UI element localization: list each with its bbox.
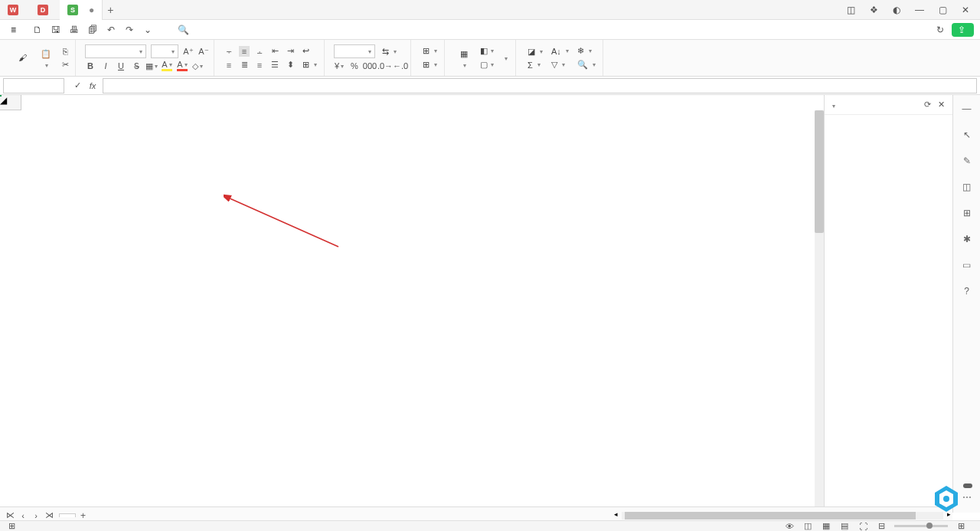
align-center-icon[interactable]: ≣ (239, 60, 250, 70)
save-icon[interactable]: 🖫 (50, 24, 62, 36)
increase-decimal-icon[interactable]: .0→ (380, 61, 390, 71)
undo-icon[interactable]: ↶ (105, 24, 117, 36)
zoom-out-icon[interactable]: ⊟ (876, 521, 887, 532)
font-color-button[interactable]: A▾ (177, 61, 188, 71)
view-eye-icon[interactable]: 👁 (784, 521, 795, 532)
italic-button[interactable]: I (100, 61, 111, 71)
last-sheet-icon[interactable]: ⋊ (44, 510, 54, 521)
collapse-rail-icon[interactable]: — (959, 101, 975, 116)
chart-rail-icon[interactable]: ◫ (959, 179, 975, 195)
vertical-scroll-thumb[interactable] (815, 110, 824, 233)
decrease-decimal-icon[interactable]: ←.0 (395, 61, 406, 71)
minimize-button[interactable]: — (913, 3, 926, 17)
fullscreen-icon[interactable]: ⛶ (858, 521, 868, 532)
name-box[interactable] (3, 78, 64, 93)
orientation-icon[interactable]: ⬍ (285, 60, 296, 70)
select-tool-icon[interactable]: ↖ (959, 127, 975, 143)
zoom-slider[interactable] (894, 525, 948, 527)
qat-dropdown-icon[interactable]: ⌄ (142, 24, 154, 36)
convert-button[interactable]: ⇆ ▾ (380, 46, 399, 57)
document-tab[interactable]: S ● (60, 0, 103, 20)
decrease-font-icon[interactable]: A⁻ (198, 46, 209, 57)
font-size-select[interactable]: ▾ (151, 44, 178, 58)
modified-indicator[interactable]: ↻ (936, 25, 946, 35)
fill-button[interactable]: ◪ ▾ (525, 46, 545, 57)
pin-panel-icon[interactable]: ⟳ (923, 100, 933, 110)
decrease-indent-icon[interactable]: ⇤ (270, 46, 280, 57)
cell-style-button[interactable]: ◧▾ (478, 45, 496, 57)
sort-button[interactable]: A↓ ▾ (549, 46, 571, 57)
filter-button[interactable]: ▽ ▾ (549, 59, 571, 70)
help-rail-icon[interactable]: ? (959, 284, 975, 299)
percent-icon[interactable]: % (349, 61, 360, 71)
backup-rail-icon[interactable]: ⊞ (959, 205, 975, 221)
app-tab[interactable]: W (0, 0, 30, 20)
underline-button[interactable]: U (116, 61, 126, 71)
vertical-scrollbar[interactable] (815, 110, 824, 513)
first-sheet-icon[interactable]: ⋉ (5, 510, 15, 521)
currency-icon[interactable]: ¥▾ (334, 61, 345, 71)
copy-icon[interactable]: ⎘ (60, 46, 70, 57)
border-button[interactable]: ▦▾ (146, 61, 157, 71)
status-mode-icon[interactable]: ⊞ (6, 521, 17, 532)
multi-window-icon[interactable]: ◫ (844, 3, 858, 17)
new-icon[interactable]: 🗋 (31, 24, 44, 36)
align-middle-icon[interactable]: ≡ (239, 46, 250, 57)
sum-button[interactable]: Σ ▾ (525, 60, 545, 70)
normal-view-icon[interactable]: ▦ (821, 521, 831, 532)
sheet-tab[interactable] (59, 513, 76, 517)
align-left-icon[interactable]: ≡ (224, 60, 234, 70)
font-family-select[interactable]: ▾ (85, 44, 146, 58)
user-avatar-icon[interactable]: ◐ (890, 3, 903, 17)
row-col-button[interactable]: ⊞ ▾ (420, 45, 439, 57)
align-top-icon[interactable]: ⫟ (224, 46, 234, 57)
increase-font-icon[interactable]: A⁺ (183, 46, 194, 57)
align-right-icon[interactable]: ≡ (254, 60, 265, 70)
worksheet-button[interactable]: ⊞ ▾ (420, 59, 439, 70)
clear-format-icon[interactable]: ◇▾ (192, 61, 203, 71)
find-button[interactable]: 🔍 ▾ (575, 59, 598, 70)
search-icon[interactable]: 🔍 (177, 24, 189, 36)
cond-format-button[interactable]: ▾ (500, 53, 511, 64)
file-menu-button[interactable]: ≡ (6, 23, 24, 37)
print-preview-icon[interactable]: 🗐 (87, 24, 99, 36)
cell-grid[interactable] (21, 110, 815, 513)
freeze-button[interactable]: ❄ ▾ (575, 45, 598, 57)
prev-sheet-icon[interactable]: ‹ (18, 510, 28, 521)
number-format-select[interactable]: ▾ (334, 44, 375, 58)
zoom-in-icon[interactable]: ⊞ (956, 521, 966, 532)
share-button[interactable]: ⇪ (952, 23, 974, 37)
wrap-text-button[interactable]: ↩ (300, 45, 313, 57)
horizontal-scrollbar[interactable]: ◂▸ (622, 512, 943, 520)
cut-icon[interactable]: ✂ (60, 59, 70, 70)
add-tab-button[interactable]: + (103, 4, 118, 16)
increase-indent-icon[interactable]: ⇥ (285, 46, 296, 57)
select-all-corner[interactable]: ◢ (0, 95, 21, 110)
style-rail-icon[interactable]: ✎ (959, 153, 975, 169)
tools-rail-icon[interactable]: ✱ (959, 231, 975, 247)
page-view-icon[interactable]: ▤ (839, 521, 850, 532)
format-button[interactable]: ▢▾ (478, 59, 496, 70)
reading-mode-icon[interactable]: ◫ (802, 521, 813, 532)
redo-icon[interactable]: ↷ (123, 24, 136, 36)
bold-button[interactable]: B (85, 61, 96, 71)
strike-button[interactable]: S̶ (131, 61, 142, 71)
print-icon[interactable]: 🖶 (68, 24, 80, 36)
formula-input[interactable] (103, 78, 977, 93)
comma-icon[interactable]: 000 (364, 61, 375, 71)
fx-icon[interactable]: fx (87, 80, 98, 91)
close-window-button[interactable]: ✕ (959, 3, 972, 17)
cancel-fx-icon[interactable]: ✓ (72, 80, 83, 91)
justify-icon[interactable]: ☰ (270, 60, 280, 70)
align-bottom-icon[interactable]: ⫠ (254, 46, 265, 57)
horizontal-scroll-thumb[interactable] (625, 512, 916, 520)
table-style-button[interactable]: ▦▾ (454, 46, 474, 70)
paste-button[interactable]: 📋▾ (36, 45, 56, 70)
template-rail-icon[interactable]: ▭ (959, 257, 975, 273)
close-panel-icon[interactable]: ✕ (936, 100, 946, 110)
maximize-button[interactable]: ▢ (936, 3, 949, 17)
cube-icon[interactable]: ❖ (867, 3, 880, 17)
close-tab-icon[interactable]: ● (89, 5, 94, 15)
fill-color-button[interactable]: A▾ (162, 61, 172, 71)
template-tab[interactable]: D (30, 0, 60, 20)
